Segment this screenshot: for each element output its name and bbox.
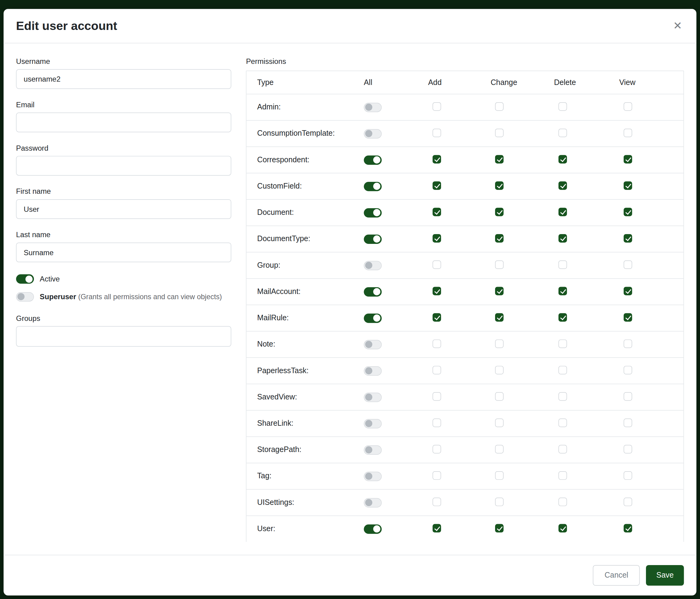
permission-change-checkbox[interactable]: [495, 128, 504, 137]
permission-add-checkbox[interactable]: [432, 154, 441, 163]
permission-add-checkbox[interactable]: [432, 418, 441, 427]
save-button[interactable]: Save: [646, 565, 684, 585]
email-field[interactable]: [16, 113, 231, 132]
active-toggle[interactable]: [16, 274, 34, 284]
permission-change-checkbox[interactable]: [495, 498, 504, 506]
permission-delete-checkbox[interactable]: [558, 154, 567, 163]
permission-delete-checkbox[interactable]: [558, 498, 567, 506]
permission-all-toggle[interactable]: [364, 498, 381, 507]
col-header-all: All: [364, 78, 428, 87]
permission-view-checkbox[interactable]: [624, 524, 632, 532]
permission-add-checkbox[interactable]: [432, 128, 441, 137]
permission-delete-checkbox[interactable]: [558, 102, 567, 111]
permission-view-checkbox[interactable]: [624, 471, 632, 480]
permission-view-checkbox[interactable]: [624, 154, 632, 163]
permission-delete-checkbox[interactable]: [558, 365, 567, 374]
permission-view-checkbox[interactable]: [624, 208, 632, 216]
permission-type-label: PaperlessTask:: [257, 366, 364, 375]
permission-view-checkbox[interactable]: [624, 287, 632, 295]
permission-all-toggle[interactable]: [364, 524, 381, 534]
groups-select[interactable]: [16, 326, 231, 346]
permission-view-checkbox[interactable]: [624, 498, 632, 506]
permission-delete-checkbox[interactable]: [558, 208, 567, 216]
permission-change-checkbox[interactable]: [495, 365, 504, 374]
permission-view-checkbox[interactable]: [624, 128, 632, 137]
permission-add-checkbox[interactable]: [432, 260, 441, 269]
close-icon[interactable]: ✕: [671, 19, 684, 33]
permission-view-checkbox[interactable]: [624, 418, 632, 427]
permission-change-checkbox[interactable]: [495, 392, 504, 401]
permission-change-checkbox[interactable]: [495, 208, 504, 216]
permission-add-checkbox[interactable]: [432, 392, 441, 401]
permission-add-checkbox[interactable]: [432, 313, 441, 321]
permission-all-toggle[interactable]: [364, 261, 381, 270]
permission-view-checkbox[interactable]: [624, 260, 632, 269]
permission-view-checkbox[interactable]: [624, 181, 632, 190]
permission-change-checkbox[interactable]: [495, 313, 504, 321]
permission-delete-checkbox[interactable]: [558, 234, 567, 242]
permission-change-checkbox[interactable]: [495, 234, 504, 242]
permission-all-toggle[interactable]: [364, 366, 381, 376]
permission-add-checkbox[interactable]: [432, 181, 441, 190]
permission-view-checkbox[interactable]: [624, 339, 632, 348]
permission-all-toggle[interactable]: [364, 234, 381, 244]
permission-view-checkbox[interactable]: [624, 392, 632, 401]
permission-delete-checkbox[interactable]: [558, 313, 567, 321]
permission-change-checkbox[interactable]: [495, 260, 504, 269]
permission-change-checkbox[interactable]: [495, 287, 504, 295]
permission-delete-checkbox[interactable]: [558, 524, 567, 532]
permission-add-checkbox[interactable]: [432, 365, 441, 374]
permission-delete-checkbox[interactable]: [558, 418, 567, 427]
permission-type-label: MailRule:: [257, 314, 364, 322]
superuser-toggle[interactable]: [16, 292, 34, 302]
permission-all-toggle[interactable]: [364, 445, 381, 455]
permission-all-toggle[interactable]: [364, 392, 381, 402]
last-name-field[interactable]: [16, 243, 231, 262]
permission-change-checkbox[interactable]: [495, 339, 504, 348]
permission-all-toggle[interactable]: [364, 208, 381, 217]
permission-view-checkbox[interactable]: [624, 445, 632, 453]
permission-add-checkbox[interactable]: [432, 234, 441, 242]
permission-add-checkbox[interactable]: [432, 498, 441, 506]
permission-change-checkbox[interactable]: [495, 524, 504, 532]
permission-delete-checkbox[interactable]: [558, 339, 567, 348]
permission-all-toggle[interactable]: [364, 472, 381, 481]
permission-add-checkbox[interactable]: [432, 208, 441, 216]
permission-all-toggle[interactable]: [364, 313, 381, 323]
permission-all-toggle[interactable]: [364, 182, 381, 191]
permission-add-checkbox[interactable]: [432, 339, 441, 348]
first-name-field[interactable]: [16, 199, 231, 219]
permission-all-toggle[interactable]: [364, 102, 381, 112]
permission-change-checkbox[interactable]: [495, 418, 504, 427]
permission-delete-checkbox[interactable]: [558, 287, 567, 295]
permission-all-toggle[interactable]: [364, 287, 381, 296]
permission-change-checkbox[interactable]: [495, 445, 504, 453]
permission-view-checkbox[interactable]: [624, 313, 632, 321]
cancel-button[interactable]: Cancel: [593, 565, 640, 585]
permission-delete-checkbox[interactable]: [558, 128, 567, 137]
permission-add-checkbox[interactable]: [432, 102, 441, 111]
permission-change-checkbox[interactable]: [495, 102, 504, 111]
permission-all-toggle[interactable]: [364, 155, 381, 165]
permission-all-toggle[interactable]: [364, 129, 381, 139]
permission-add-checkbox[interactable]: [432, 287, 441, 295]
permissions-table-header: Type All Add Change Delete View: [247, 71, 683, 94]
permission-delete-checkbox[interactable]: [558, 260, 567, 269]
permission-delete-checkbox[interactable]: [558, 392, 567, 401]
permission-view-checkbox[interactable]: [624, 102, 632, 111]
password-field[interactable]: [16, 156, 231, 175]
permission-add-checkbox[interactable]: [432, 445, 441, 453]
permission-change-checkbox[interactable]: [495, 181, 504, 190]
permission-delete-checkbox[interactable]: [558, 445, 567, 453]
permission-change-checkbox[interactable]: [495, 154, 504, 163]
permission-add-checkbox[interactable]: [432, 471, 441, 480]
permission-all-toggle[interactable]: [364, 419, 381, 428]
permission-add-checkbox[interactable]: [432, 524, 441, 532]
permission-view-checkbox[interactable]: [624, 234, 632, 242]
permission-view-checkbox[interactable]: [624, 365, 632, 374]
permission-delete-checkbox[interactable]: [558, 471, 567, 480]
permission-change-checkbox[interactable]: [495, 471, 504, 480]
permission-all-toggle[interactable]: [364, 340, 381, 349]
username-input[interactable]: [16, 69, 231, 89]
permission-delete-checkbox[interactable]: [558, 181, 567, 190]
